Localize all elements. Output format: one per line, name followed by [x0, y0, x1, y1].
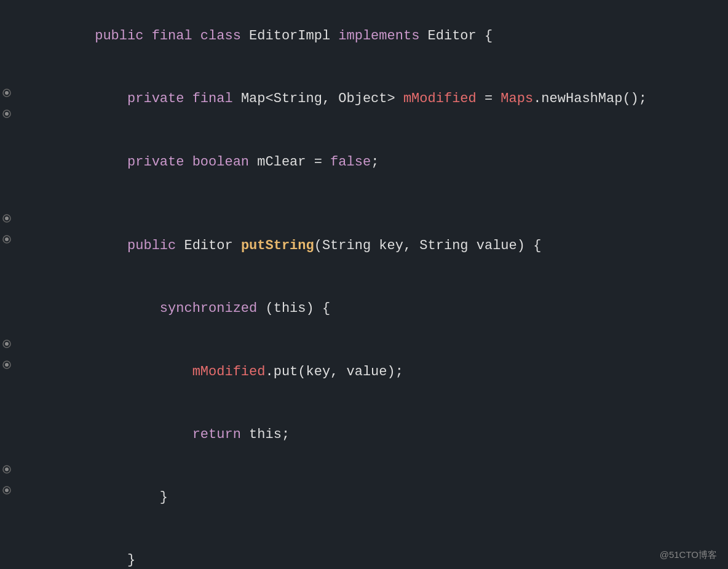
code-text: .put(key, value);: [265, 364, 403, 380]
svg-point-11: [5, 363, 9, 367]
class-maps: Maps: [501, 91, 533, 106]
code-content: public final class EditorImpl implements…: [34, 5, 728, 569]
svg-point-7: [5, 237, 9, 241]
code-text: Editor: [184, 238, 240, 253]
method-name: putString: [241, 238, 314, 253]
code-line: private final Map<String, Object> mModif…: [40, 68, 728, 130]
svg-point-5: [5, 217, 9, 220]
keyword: final: [192, 91, 241, 106]
code-text: mClear =: [257, 154, 330, 170]
code-line: }: [40, 466, 728, 529]
gutter-icon-line24[interactable]: [2, 486, 11, 495]
code-line: }: [40, 529, 728, 569]
code-text: =: [477, 91, 501, 106]
code-text: [95, 364, 192, 380]
keyword: boolean: [192, 154, 258, 170]
gutter-icon-line11[interactable]: [2, 214, 11, 223]
classname: Editor {: [428, 28, 493, 44]
code-text: (: [265, 301, 273, 316]
keyword: false: [330, 154, 371, 170]
code-line: mModified.put(key, value);: [40, 341, 728, 404]
code-line: public final class EditorImpl implements…: [40, 5, 728, 68]
code-text: .newHashMap();: [533, 91, 647, 106]
gutter-icon-line23[interactable]: [2, 465, 11, 474]
gutter-icon-line5[interactable]: [2, 89, 11, 97]
svg-point-3: [5, 112, 9, 116]
gutter-icon-line18[interactable]: [2, 360, 11, 369]
code-text: }: [95, 552, 135, 568]
code-text: ;: [371, 154, 379, 170]
keyword: synchronized: [160, 301, 266, 316]
code-text: (String key, String value) {: [314, 238, 542, 253]
watermark: @51CTO博客: [660, 547, 717, 562]
code-text: this;: [249, 427, 290, 442]
keyword: class: [200, 28, 249, 44]
this-keyword: this: [274, 301, 306, 316]
variable: mModified: [192, 364, 266, 380]
svg-point-15: [5, 488, 9, 492]
svg-point-1: [5, 91, 9, 95]
keyword: private: [127, 91, 192, 106]
gutter-icon-line17[interactable]: [2, 340, 11, 348]
gutter-icon-line6[interactable]: [2, 109, 11, 118]
keyword: public: [127, 238, 184, 253]
code-line: public Editor putString(String key, Stri…: [40, 215, 728, 277]
code-text: [95, 238, 127, 253]
variable: mModified: [403, 91, 477, 106]
classname: EditorImpl: [249, 28, 338, 44]
keyword: private: [127, 154, 192, 170]
code-text: [95, 154, 127, 170]
code-line: [40, 194, 728, 215]
code-text: }: [95, 490, 168, 505]
keyword: implements: [338, 28, 427, 44]
keyword: public: [95, 28, 151, 44]
code-text: [95, 91, 127, 106]
code-line: synchronized (this) {: [40, 277, 728, 340]
code-text: ) {: [306, 301, 331, 316]
code-text: Map<String, Object>: [241, 91, 403, 106]
gutter: [0, 0, 31, 569]
svg-point-13: [5, 468, 9, 471]
code-text: [95, 427, 192, 442]
keyword: final: [152, 28, 200, 44]
code-editor: public final class EditorImpl implements…: [0, 0, 728, 569]
svg-point-9: [5, 342, 9, 346]
code-line: return this;: [40, 404, 728, 466]
keyword: return: [192, 427, 249, 442]
code-text: [95, 301, 160, 316]
code-line: private boolean mClear = false;: [40, 131, 728, 194]
gutter-icon-line12[interactable]: [2, 235, 11, 244]
